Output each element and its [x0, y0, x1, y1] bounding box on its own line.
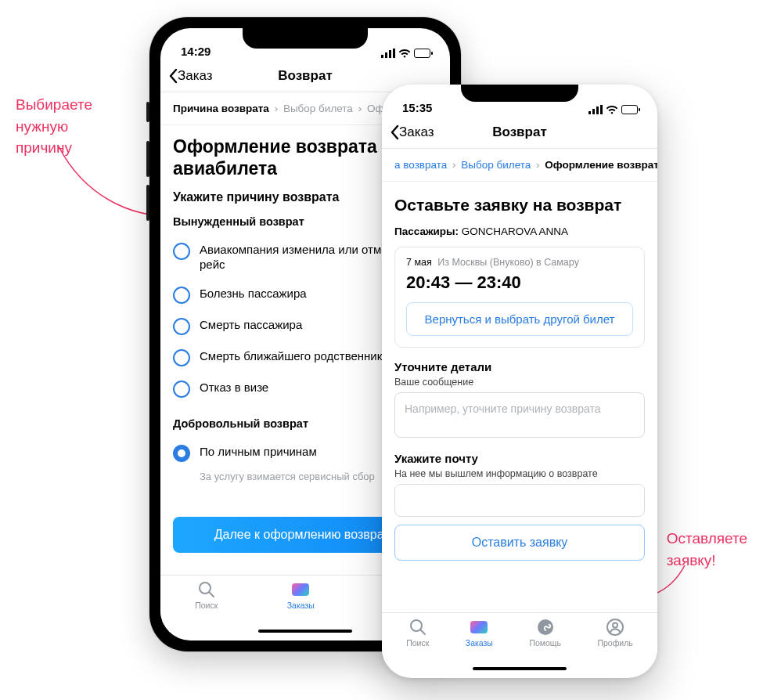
- annotation-text: нужную: [16, 118, 68, 135]
- tab-label: Поиск: [195, 601, 218, 610]
- annotation-text: Оставляете: [667, 530, 747, 547]
- page-title: Оставьте заявку на возврат: [394, 196, 645, 215]
- submit-request-button[interactable]: Оставить заявку: [394, 525, 645, 561]
- time-to: 23:40: [477, 272, 521, 292]
- radio-icon: [173, 381, 190, 398]
- tab-orders[interactable]: Заказы: [287, 580, 315, 610]
- tab-bar: Поиск Заказы Помощь Профиль: [382, 612, 657, 662]
- breadcrumb-sep: ›: [536, 159, 540, 171]
- annotation-text: Выбираете: [16, 96, 92, 113]
- svg-rect-5: [431, 52, 433, 55]
- svg-rect-2: [389, 50, 391, 58]
- reason-label: По личным причинам: [200, 445, 317, 460]
- device-notch: [461, 85, 578, 102]
- nav-title: Возврат: [492, 124, 547, 140]
- svg-rect-13: [622, 106, 638, 114]
- phone-mockup-2: 15:35 Заказ Возврат а возврата › Выбор б…: [382, 85, 657, 678]
- breadcrumb-step-link[interactable]: а возврата: [394, 159, 447, 171]
- tab-help[interactable]: Помощь: [529, 618, 561, 648]
- breadcrumb-step: Причина возврата: [173, 103, 269, 114]
- phone-screen: 15:35 Заказ Возврат а возврата › Выбор б…: [382, 85, 657, 678]
- svg-rect-0: [381, 55, 383, 58]
- svg-line-16: [420, 630, 425, 635]
- breadcrumb-sep: ›: [452, 159, 456, 171]
- breadcrumb-step: Оформление возврата: [545, 159, 657, 171]
- back-button[interactable]: Заказ: [168, 68, 213, 84]
- signal-icon: [381, 49, 395, 58]
- reason-label: Смерть пассажира: [200, 318, 302, 333]
- radio-icon: [173, 287, 190, 304]
- tab-label: Поиск: [406, 638, 429, 648]
- back-label: Заказ: [178, 68, 213, 84]
- status-icons: [588, 105, 640, 114]
- svg-rect-12: [600, 105, 603, 114]
- battery-icon: [621, 105, 640, 114]
- tab-label: Заказы: [466, 638, 493, 648]
- change-ticket-button[interactable]: Вернуться и выбрать другой билет: [406, 302, 633, 336]
- tab-search[interactable]: Поиск: [195, 580, 218, 610]
- tab-orders[interactable]: Заказы: [466, 618, 493, 648]
- radio-icon: [173, 349, 190, 366]
- flight-times: 20:43 — 23:40: [406, 272, 633, 293]
- annotation-choose-reason: Выбираете нужную причину: [16, 94, 92, 159]
- flight-card: 7 мая Из Москвы (Внуково) в Самару 20:43…: [394, 247, 645, 348]
- chevron-left-icon: [168, 68, 178, 84]
- home-indicator[interactable]: [382, 662, 657, 678]
- passengers-label: Пассажиры:: [394, 226, 459, 237]
- search-icon: [408, 618, 427, 637]
- email-label: На нее мы вышлем информацию о возврате: [394, 468, 645, 479]
- time-dash: —: [455, 272, 472, 292]
- tab-label: Помощь: [529, 638, 561, 648]
- message-textarea[interactable]: [394, 392, 645, 438]
- svg-rect-3: [393, 49, 395, 58]
- breadcrumb-step-link[interactable]: Выбор билета: [461, 159, 531, 171]
- tab-label: Профиль: [597, 638, 632, 648]
- flight-date: 7 мая: [406, 257, 432, 268]
- annotation-text: причину: [16, 139, 72, 156]
- annotation-text: заявку!: [667, 552, 716, 568]
- svg-rect-11: [596, 106, 599, 114]
- status-icons: [381, 49, 433, 58]
- radio-icon-selected: [173, 445, 190, 462]
- chevron-left-icon: [390, 124, 399, 140]
- email-input[interactable]: [394, 484, 645, 517]
- tab-profile[interactable]: Профиль: [597, 618, 632, 648]
- breadcrumb-sep: ›: [275, 103, 279, 114]
- svg-point-19: [613, 623, 617, 628]
- wifi-icon: [606, 105, 618, 114]
- search-icon: [197, 580, 216, 599]
- status-time: 14:29: [181, 45, 211, 58]
- svg-line-7: [209, 593, 214, 597]
- breadcrumb-sep: ›: [358, 103, 362, 114]
- svg-rect-1: [385, 52, 387, 58]
- status-time: 15:35: [402, 101, 432, 114]
- orders-icon: [470, 618, 488, 637]
- flight-route: Из Москвы (Внуково) в Самару: [437, 257, 579, 268]
- wifi-icon: [398, 49, 411, 58]
- breadcrumb-step: Выбор билета: [283, 103, 353, 114]
- annotation-leave-request: Оставляете заявку!: [667, 528, 747, 571]
- passengers-value: GONCHAROVA ANNA: [462, 226, 568, 237]
- tab-search[interactable]: Поиск: [406, 618, 429, 648]
- svg-rect-9: [588, 111, 591, 114]
- reason-label: Болезнь пассажира: [200, 287, 307, 301]
- signal-icon: [588, 105, 603, 114]
- mute-switch: [146, 102, 149, 122]
- radio-icon: [173, 243, 190, 260]
- volume-down-button: [146, 185, 149, 221]
- nav-title: Возврат: [278, 68, 333, 84]
- back-button[interactable]: Заказ: [390, 124, 434, 140]
- passengers-row: Пассажиры: GONCHAROVA ANNA: [394, 226, 645, 237]
- svg-rect-4: [415, 49, 430, 58]
- phone-icon: [536, 618, 555, 637]
- battery-icon: [414, 49, 433, 58]
- svg-rect-10: [592, 109, 595, 114]
- radio-icon: [173, 318, 190, 335]
- details-heading: Уточните детали: [394, 360, 645, 373]
- volume-up-button: [146, 141, 149, 177]
- flight-meta: 7 мая Из Москвы (Внуково) в Самару: [406, 257, 633, 268]
- device-notch: [243, 28, 368, 49]
- details-label: Ваше сообщение: [394, 377, 645, 388]
- reason-label: Смерть ближайшего родственника: [200, 349, 389, 364]
- screen-content: Оставьте заявку на возврат Пассажиры: GO…: [382, 182, 657, 612]
